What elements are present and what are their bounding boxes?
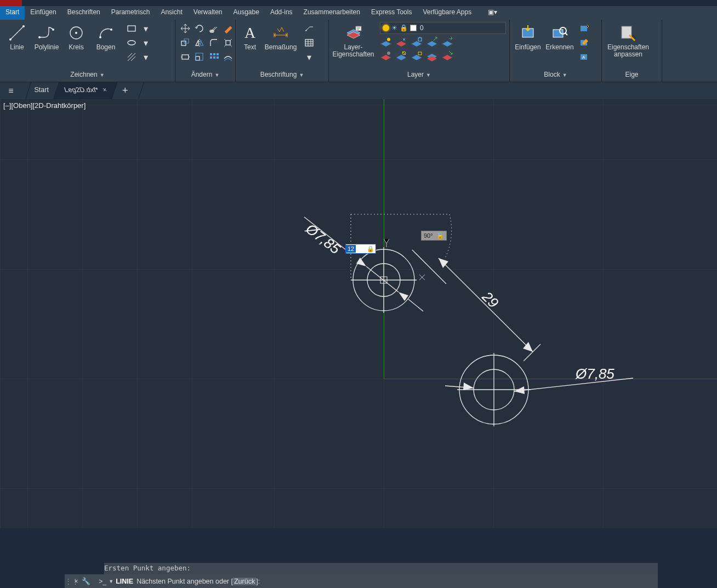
mirror-button[interactable] [193, 36, 206, 49]
layer-name: 0 [420, 24, 505, 32]
svg-rect-17 [196, 56, 200, 60]
tab-featured[interactable]: ▣▾ [482, 6, 503, 20]
layer-tool-2[interactable] [395, 36, 407, 48]
hatch-button[interactable] [125, 50, 138, 64]
tab-apps[interactable]: Verfügbare Apps [417, 6, 477, 20]
detect-button[interactable]: Erkennen [545, 22, 574, 51]
svg-point-6 [75, 32, 77, 34]
tab-ausgabe[interactable]: Ausgabe [228, 6, 265, 20]
rect-dd[interactable]: ▾ [139, 22, 152, 35]
array-button[interactable] [207, 50, 220, 64]
panel-annotate-title[interactable]: Beschriftung▼ [236, 70, 328, 82]
layer-props-button[interactable]: Layer- Eigenschaften [332, 22, 374, 58]
tab-parametrisch[interactable]: Parametrisch [106, 6, 156, 20]
svg-line-48 [366, 266, 399, 292]
svg-rect-21 [217, 53, 219, 55]
app-logo [0, 0, 22, 6]
tab-start[interactable]: Start [0, 6, 25, 20]
panel-modify: Ändern▼ [175, 20, 236, 82]
rotate-button[interactable] [193, 22, 206, 35]
arc-button[interactable]: Bogen [92, 22, 120, 51]
stretch-button[interactable] [179, 50, 192, 64]
grip-icon[interactable]: ⋮⋮ [65, 577, 71, 585]
offset-button[interactable] [221, 50, 235, 64]
layer-tool-9[interactable] [426, 50, 438, 62]
move-button[interactable] [179, 22, 192, 35]
angle-input[interactable]: 90°🔓 [421, 231, 447, 241]
file-tab-strip: ≡ Start Leg2D.dxf*× + [0, 82, 717, 99]
swatch-icon [410, 25, 417, 31]
layer-tool-5[interactable] [441, 36, 453, 48]
lock-open-icon: 🔓 [436, 232, 444, 239]
layer-tool-1[interactable] [380, 36, 392, 48]
tab-addins[interactable]: Add-ins [265, 6, 298, 20]
dimension-button[interactable]: Bemaßung [263, 22, 298, 51]
svg-rect-22 [210, 56, 212, 59]
svg-rect-15 [226, 41, 230, 45]
file-tab-active[interactable]: Leg2D.dxf*× [54, 82, 117, 99]
hamburger-icon[interactable]: ≡ [0, 82, 22, 99]
match-props-button[interactable]: Eigenschaften anpassen [605, 22, 651, 58]
copy-button[interactable] [179, 36, 192, 49]
wrench-icon[interactable]: 🔧 [81, 577, 91, 585]
svg-rect-9 [128, 26, 135, 31]
panel-props-title[interactable]: Eige [602, 70, 662, 82]
layer-tool-7[interactable] [395, 50, 407, 62]
command-option[interactable]: Zurück [233, 578, 256, 585]
dim-dist: 29 [479, 288, 502, 311]
lock-icon: 🔒 [400, 24, 408, 32]
layer-tool-4[interactable] [426, 36, 438, 48]
line-button[interactable]: Linie [3, 22, 31, 51]
tab-einfuegen[interactable]: Einfügen [25, 6, 61, 20]
close-cmd-icon[interactable]: × [71, 578, 81, 585]
close-icon[interactable]: × [101, 86, 108, 94]
layer-tool-3[interactable] [411, 36, 423, 48]
rect-button[interactable] [125, 22, 138, 35]
anno-dd[interactable]: ▾ [303, 50, 316, 64]
svg-rect-28 [418, 38, 422, 41]
block-create-button[interactable] [578, 22, 591, 35]
layer-tool-10[interactable] [441, 50, 453, 62]
ellipse-dd[interactable]: ▾ [139, 36, 152, 49]
text-button[interactable]: AText [239, 22, 261, 51]
panel-block-title[interactable]: Block▼ [510, 70, 601, 82]
svg-line-45 [408, 299, 423, 311]
hatch-dd[interactable]: ▾ [139, 50, 152, 64]
command-name: LINIE [116, 578, 133, 585]
ellipse-button[interactable] [125, 36, 138, 49]
trim-button[interactable] [207, 22, 220, 35]
tab-express[interactable]: Express Tools [366, 6, 417, 20]
panel-draw-title[interactable]: Zeichnen▼ [0, 70, 175, 82]
tab-zusammenarbeiten[interactable]: Zusammenarbeiten [298, 6, 366, 20]
panel-layer: Layer- Eigenschaften ☀ 🔒 0 [329, 20, 510, 82]
fillet-button[interactable] [207, 36, 220, 49]
table-button[interactable] [303, 36, 316, 49]
svg-rect-20 [213, 53, 215, 55]
layer-tool-8[interactable] [411, 50, 423, 62]
circle-button[interactable]: Kreis [62, 22, 90, 51]
tab-ansicht[interactable]: Ansicht [155, 6, 187, 20]
block-attr-button[interactable]: A [578, 50, 591, 64]
layer-tool-6[interactable] [380, 50, 392, 62]
scale-button[interactable] [193, 50, 206, 64]
cmd-history-dd[interactable]: ▼ [109, 579, 113, 584]
panel-layer-title[interactable]: Layer▼ [329, 70, 509, 82]
ribbon-tabs: Start Einfügen Beschriften Parametrisch … [0, 6, 717, 20]
insert-button[interactable]: Einfügen [513, 22, 543, 51]
explode-button[interactable] [221, 36, 235, 49]
distance-input[interactable]: 12🔒 [345, 244, 376, 254]
svg-rect-31 [418, 52, 422, 55]
svg-line-0 [10, 26, 24, 39]
block-edit-button[interactable] [578, 36, 591, 49]
drawing-canvas[interactable]: [–][Oben][2D-Drahtkörper] /*grid drawn b… [0, 99, 717, 528]
erase-button[interactable] [221, 22, 235, 35]
tab-verwalten[interactable]: Verwalten [188, 6, 228, 20]
command-line[interactable]: ⋮⋮ × 🔧 >_ ▼ LINIE Nächsten Punkt angeben… [65, 574, 658, 588]
leader-button[interactable] [303, 22, 316, 35]
svg-point-29 [387, 52, 390, 55]
panel-modify-title[interactable]: Ändern▼ [175, 70, 235, 82]
polyline-button[interactable]: Polylinie [33, 22, 60, 51]
layer-combo[interactable]: ☀ 🔒 0 [380, 22, 506, 34]
tab-beschriften[interactable]: Beschriften [62, 6, 106, 20]
svg-rect-16 [182, 55, 189, 59]
